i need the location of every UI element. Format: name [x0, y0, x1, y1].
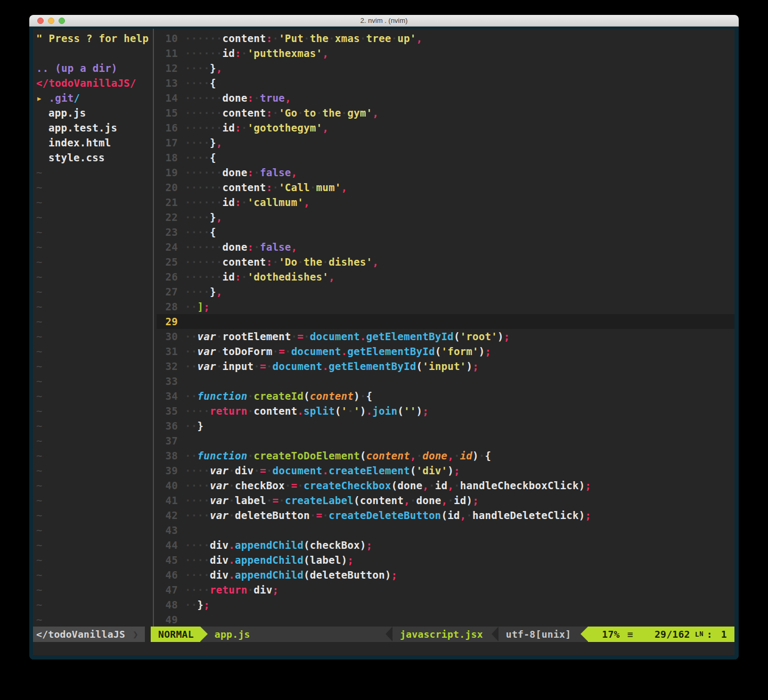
- code-line-29[interactable]: 29: [157, 314, 734, 329]
- code-line-41[interactable]: 41····var·label·=·createLabel(content,·d…: [157, 493, 734, 508]
- line-number: 28: [157, 299, 178, 314]
- code-line-45[interactable]: 45····div.appendChild(label);: [157, 553, 734, 567]
- code-line-38[interactable]: 38··function·createToDoElement(content,·…: [157, 448, 734, 463]
- statusline-position: 17% ≡ 29/162 LN : 1: [588, 627, 734, 642]
- empty-line-tilde: ~: [36, 478, 151, 493]
- empty-line-tilde: ~: [36, 225, 151, 240]
- code-text: ····},: [185, 284, 222, 299]
- tree-file-item[interactable]: index.html: [36, 135, 151, 150]
- code-line-42[interactable]: 42····var·deleteButton·=·createDeleteBut…: [157, 508, 734, 523]
- code-line-14[interactable]: 14······done:·true,: [157, 90, 734, 105]
- empty-line-tilde: ~: [36, 418, 151, 433]
- minimize-button[interactable]: [48, 18, 54, 24]
- tree-help-line: " Press ? for help: [36, 31, 151, 46]
- code-line-20[interactable]: 20······content:·'Call·mum',: [157, 180, 734, 195]
- code-line-21[interactable]: 21······id:·'callmum',: [157, 195, 734, 210]
- code-line-44[interactable]: 44····div.appendChild(checkBox);: [157, 538, 734, 553]
- code-text: ····},: [185, 61, 222, 76]
- code-line-25[interactable]: 25······content:·'Do·the·dishes',: [157, 254, 734, 269]
- code-line-23[interactable]: 23····{: [157, 225, 734, 240]
- code-line-10[interactable]: 10······content:·'Put·the·xmas·tree·up',: [157, 31, 734, 46]
- line-number: 43: [157, 523, 178, 538]
- code-line-26[interactable]: 26······id:·'dothedishes',: [157, 269, 734, 284]
- code-line-24[interactable]: 24······done:·false,: [157, 240, 734, 254]
- statusline-gap: [145, 627, 151, 642]
- line-number: 24: [157, 240, 178, 254]
- empty-line-tilde: ~: [36, 538, 151, 553]
- empty-line-tilde: ~: [36, 254, 151, 269]
- code-line-33[interactable]: 33: [157, 374, 734, 389]
- code-line-17[interactable]: 17····},: [157, 135, 734, 150]
- powerline-arrow-icon: [581, 627, 588, 641]
- empty-line-tilde: ~: [36, 374, 151, 389]
- code-text: ····div.appendChild(deleteButton);: [185, 567, 397, 582]
- vertical-split-divider[interactable]: [151, 29, 157, 627]
- code-line-15[interactable]: 15······content:·'Go·to·the·gym',: [157, 105, 734, 120]
- code-line-43[interactable]: 43: [157, 523, 734, 538]
- code-line-13[interactable]: 13····{: [157, 76, 734, 90]
- code-line-18[interactable]: 18····{: [157, 150, 734, 165]
- traffic-lights: [37, 18, 65, 24]
- code-line-37[interactable]: 37: [157, 433, 734, 448]
- line-number: 41: [157, 493, 178, 508]
- code-text: ····div.appendChild(checkBox);: [185, 538, 372, 553]
- code-text: ····var·div·=·document.createElement('di…: [185, 463, 460, 478]
- code-line-30[interactable]: 30··var·rootElement·=·document.getElemen…: [157, 329, 734, 344]
- code-line-48[interactable]: 48··};: [157, 597, 734, 612]
- powerline-arrow-icon: [492, 627, 499, 641]
- code-line-46[interactable]: 46····div.appendChild(deleteButton);: [157, 567, 734, 582]
- code-text: ··}: [185, 418, 203, 433]
- code-line-27[interactable]: 27····},: [157, 284, 734, 299]
- command-line[interactable]: [33, 642, 734, 655]
- code-line-28[interactable]: 28··];: [157, 299, 734, 314]
- code-line-39[interactable]: 39····var·div·=·document.createElement('…: [157, 463, 734, 478]
- empty-line-tilde: ~: [36, 612, 151, 627]
- terminal-content: " Press ? for help .. (up a dir) </todoV…: [29, 27, 739, 660]
- line-number: 48: [157, 597, 178, 612]
- code-line-36[interactable]: 36··}: [157, 418, 734, 433]
- empty-line-tilde: ~: [36, 448, 151, 463]
- code-buffer[interactable]: 10······content:·'Put·the·xmas·tree·up',…: [157, 29, 734, 627]
- code-line-31[interactable]: 31··var·toDoForm·=·document.getElementBy…: [157, 344, 734, 359]
- tree-file-item[interactable]: style.css: [36, 150, 151, 165]
- code-line-16[interactable]: 16······id:·'gotothegym',: [157, 120, 734, 135]
- code-text: ······content:·'Go·to·the·gym',: [185, 105, 379, 120]
- line-number: 30: [157, 329, 178, 344]
- code-line-19[interactable]: 19······done:·false,: [157, 165, 734, 180]
- code-line-22[interactable]: 22····},: [157, 210, 734, 225]
- file-tree-sidebar[interactable]: " Press ? for help .. (up a dir) </todoV…: [33, 29, 151, 627]
- scroll-percent: 17%: [602, 627, 619, 642]
- zoom-button[interactable]: [59, 18, 65, 24]
- code-line-49[interactable]: 49: [157, 612, 734, 627]
- code-line-34[interactable]: 34··function·createId(content)·{: [157, 389, 734, 403]
- sidebar-statusline: </todoVanillaJS ❯: [33, 627, 145, 642]
- tree-file-item[interactable]: app.js: [36, 105, 151, 120]
- close-button[interactable]: [37, 18, 44, 24]
- code-line-32[interactable]: 32··var·input·=·document.getElementById(…: [157, 359, 734, 374]
- code-line-40[interactable]: 40····var·checkBox·=·createCheckbox(done…: [157, 478, 734, 493]
- tree-root-dir[interactable]: </todoVanillaJS/: [36, 76, 151, 90]
- lines-icon: ≡: [627, 627, 633, 642]
- tree-file-item[interactable]: app.test.js: [36, 120, 151, 135]
- empty-line-tilde: ~: [36, 359, 151, 374]
- code-text: ······id:·'gotothegym',: [185, 120, 329, 135]
- code-line-11[interactable]: 11······id:·'putthexmas',: [157, 46, 734, 61]
- line-number-icon: LN: [695, 629, 704, 640]
- code-line-47[interactable]: 47····return·div;: [157, 582, 734, 597]
- titlebar[interactable]: 2. nvim . (nvim): [29, 15, 739, 27]
- code-text: ······id:·'putthexmas',: [185, 46, 329, 61]
- code-text: ····{: [185, 225, 216, 240]
- line-number: 25: [157, 254, 178, 269]
- code-line-35[interactable]: 35····return·content.split('·').join('')…: [157, 403, 734, 418]
- tree-up-dir[interactable]: .. (up a dir): [36, 61, 151, 76]
- empty-line-tilde: ~: [36, 314, 151, 329]
- mode-indicator: NORMAL: [151, 627, 200, 642]
- tree-dir-git[interactable]: ▸ .git/: [36, 90, 151, 105]
- code-line-12[interactable]: 12····},: [157, 61, 734, 76]
- code-text: ····{: [185, 150, 216, 165]
- line-number: 42: [157, 508, 178, 523]
- statusline-encoding: utf-8[unix]: [499, 627, 581, 642]
- code-text: ··var·rootElement·=·document.getElementB…: [185, 329, 510, 344]
- main-statusline: NORMAL app.js javascript.jsx utf-8[unix]…: [151, 627, 734, 642]
- empty-line-tilde: ~: [36, 165, 151, 180]
